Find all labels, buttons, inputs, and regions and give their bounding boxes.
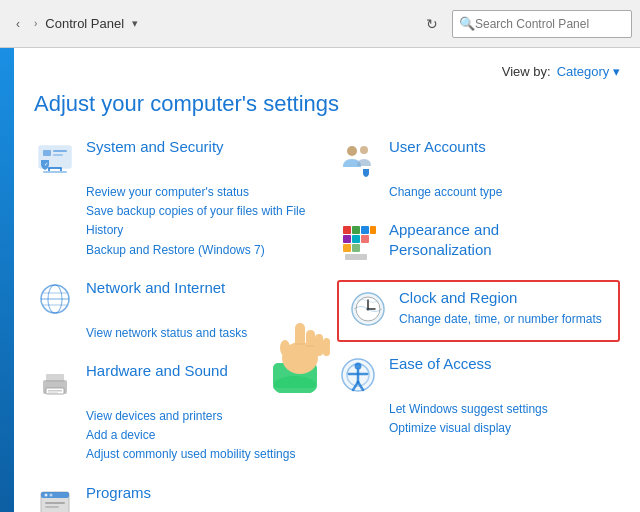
page-title: Adjust your computer's settings [34, 91, 620, 117]
svg-point-19 [50, 493, 53, 496]
search-icon: 🔍 [459, 16, 475, 31]
system-security-link-3[interactable]: Backup and Restore (Windows 7) [86, 241, 317, 260]
ease-of-access-title[interactable]: Ease of Access [389, 354, 492, 374]
user-accounts-link-1[interactable]: Change account type [389, 183, 620, 202]
svg-point-18 [45, 493, 48, 496]
system-security-title[interactable]: System and Security [86, 137, 224, 157]
svg-rect-30 [361, 235, 369, 243]
system-security-link-2[interactable]: Save backup copies of your files with Fi… [86, 202, 317, 240]
svg-rect-20 [45, 502, 65, 504]
left-column: ✓ System and Security Review your comput… [34, 137, 317, 512]
svg-rect-12 [46, 374, 64, 382]
nav-back-icon[interactable]: ‹ [8, 14, 28, 34]
search-input[interactable] [475, 17, 625, 31]
title-bar: ‹ › Control Panel ▾ ↻ 🔍 [0, 0, 640, 48]
hardware-icon [34, 361, 76, 403]
svg-rect-3 [53, 154, 63, 156]
category-item-user-accounts: User Accounts Change account type [337, 137, 620, 202]
appearance-title[interactable]: Appearance andPersonalization [389, 220, 499, 259]
view-by-select[interactable]: Category ▾ [557, 64, 620, 79]
svg-rect-31 [343, 244, 351, 252]
svg-rect-14 [48, 390, 62, 392]
network-link-1[interactable]: View network status and tasks [86, 324, 317, 343]
breadcrumb-dropdown-arrow[interactable]: ▾ [132, 17, 138, 30]
ease-of-access-link-1[interactable]: Let Windows suggest settings [389, 400, 620, 419]
svg-rect-21 [45, 506, 59, 508]
breadcrumb-label[interactable]: Control Panel [41, 14, 128, 33]
clock-region-title[interactable]: Clock and Region [399, 288, 602, 308]
view-by-bar: View by: Category ▾ [34, 64, 620, 79]
svg-rect-29 [352, 235, 360, 243]
category-item-ease-of-access: Ease of Access Let Windows suggest setti… [337, 354, 620, 438]
clock-region-link-1[interactable]: Change date, time, or number formats [399, 310, 602, 329]
refresh-button[interactable]: ↻ [418, 10, 446, 38]
category-item-network: Network and Internet View network status… [34, 278, 317, 343]
svg-rect-28 [343, 235, 351, 243]
category-item-clock-region: Clock and Region Change date, time, or n… [337, 280, 620, 342]
appearance-icon [337, 220, 379, 262]
clock-region-icon [347, 288, 389, 330]
breadcrumb: › Control Panel ▾ [34, 14, 138, 33]
refresh-icon: ↻ [426, 16, 438, 32]
right-column: User Accounts Change account type [337, 137, 620, 512]
svg-rect-2 [53, 150, 67, 152]
svg-rect-4 [43, 171, 67, 173]
network-title[interactable]: Network and Internet [86, 278, 225, 298]
category-item-hardware: Hardware and Sound View devices and prin… [34, 361, 317, 465]
category-item-appearance: Appearance andPersonalization [337, 220, 620, 262]
svg-rect-1 [43, 150, 51, 156]
view-by-label: View by: [502, 64, 551, 79]
svg-rect-27 [370, 226, 376, 234]
svg-rect-24 [343, 226, 351, 234]
hardware-title[interactable]: Hardware and Sound [86, 361, 228, 381]
ease-of-access-icon [337, 354, 379, 396]
hardware-link-1[interactable]: View devices and printers [86, 407, 317, 426]
sidebar [0, 48, 14, 512]
network-icon [34, 278, 76, 320]
system-security-icon: ✓ [34, 137, 76, 179]
hardware-link-3[interactable]: Adjust commonly used mobility settings [86, 445, 317, 464]
svg-rect-25 [352, 226, 360, 234]
svg-text:✓: ✓ [44, 161, 48, 167]
hardware-link-2[interactable]: Add a device [86, 426, 317, 445]
main-content: View by: Category ▾ Adjust your computer… [14, 48, 640, 512]
ease-of-access-link-2[interactable]: Optimize visual display [389, 419, 620, 438]
category-item-system-security: ✓ System and Security Review your comput… [34, 137, 317, 260]
svg-point-23 [360, 146, 368, 154]
svg-rect-32 [352, 244, 360, 252]
svg-rect-33 [345, 254, 367, 260]
svg-point-22 [347, 146, 357, 156]
category-item-programs: Programs Uninstall a program [34, 483, 317, 513]
programs-title[interactable]: Programs [86, 483, 151, 503]
user-accounts-title[interactable]: User Accounts [389, 137, 486, 157]
programs-icon [34, 483, 76, 513]
svg-rect-26 [361, 226, 369, 234]
system-security-link-1[interactable]: Review your computer's status [86, 183, 317, 202]
search-bar: 🔍 [452, 10, 632, 38]
svg-rect-15 [48, 392, 58, 394]
user-accounts-icon [337, 137, 379, 179]
breadcrumb-arrow: › [34, 18, 37, 29]
